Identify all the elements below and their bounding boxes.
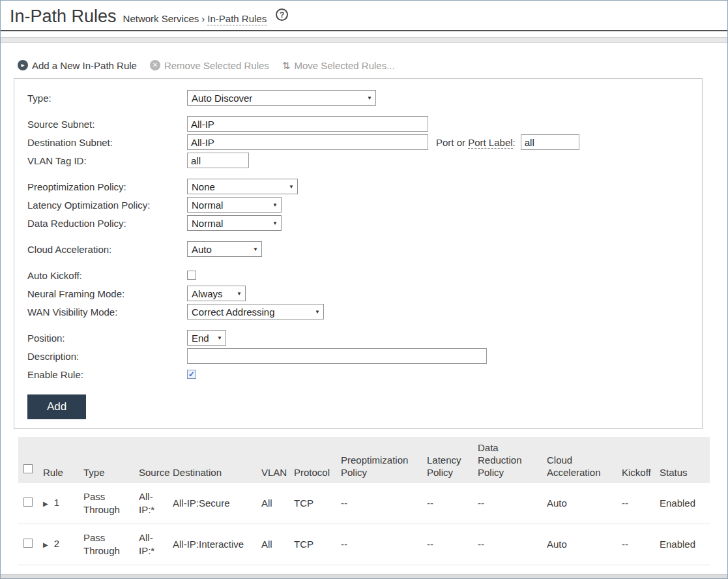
cell-preoptimization-policy: -- — [336, 524, 422, 565]
table-row: ▶2 Pass Through All-IP:* All-IP:Interact… — [18, 524, 710, 565]
breadcrumb-parent[interactable]: Network Services — [123, 13, 199, 24]
data-reduction-policy-value: Normal — [192, 218, 223, 229]
latency-policy-select[interactable]: Normal ▼ — [187, 197, 282, 213]
move-rules-button[interactable]: ⇅ Move Selected Rules... — [282, 60, 395, 71]
move-rules-label: Move Selected Rules... — [294, 60, 394, 71]
col-protocol: Protocol — [289, 437, 336, 483]
cloud-acceleration-select[interactable]: Auto ▼ — [187, 241, 262, 257]
cell-cloud-acceleration: Auto — [542, 483, 617, 524]
cell-vlan: All — [256, 483, 289, 524]
port-input[interactable] — [521, 134, 579, 150]
cell-cloud-acceleration: Auto — [542, 524, 617, 565]
cell-status: Enabled — [654, 483, 710, 524]
move-arrows-icon: ⇅ — [282, 61, 291, 70]
cell-kickoff: -- — [617, 524, 654, 565]
col-data-reduction-policy: Data Reduction Policy — [473, 437, 542, 483]
help-icon[interactable]: ? — [276, 8, 288, 21]
add-rule-form: Type: Auto Discover ▼ Source Subnet: Des… — [14, 78, 703, 429]
page-header: In-Path Rules Network Services›In-Path R… — [1, 1, 727, 31]
in-path-rules-page: In-Path Rules Network Services›In-Path R… — [0, 0, 728, 579]
port-label-link[interactable]: Port Label — [468, 137, 512, 149]
form-row-destination: Destination Subnet: Port or Port Label: — [27, 134, 689, 151]
dropdown-icon: ▼ — [315, 309, 320, 315]
wan-visibility-select[interactable]: Correct Addressing ▼ — [187, 304, 324, 319]
preoptimization-policy-select[interactable]: None ▼ — [187, 179, 298, 194]
cell-type: Pass Through — [78, 524, 134, 565]
add-button[interactable]: Add — [27, 394, 86, 419]
col-source: Source — [134, 437, 167, 483]
cell-destination: All-IP:Interactive — [167, 524, 256, 565]
enable-rule-checkbox[interactable]: ✓ — [187, 370, 196, 379]
breadcrumb-current[interactable]: In-Path Rules — [207, 13, 267, 25]
type-select[interactable]: Auto Discover ▼ — [187, 90, 376, 106]
cell-destination: All-IP:Secure — [167, 483, 256, 524]
port-label-suffix: : — [513, 137, 516, 148]
wan-visibility-value: Correct Addressing — [192, 306, 275, 318]
col-cloud-acceleration: Cloud Acceleration — [542, 437, 617, 483]
remove-rules-button[interactable]: ✕ Remove Selected Rules — [150, 60, 269, 71]
breadcrumb: Network Services›In-Path Rules — [123, 13, 267, 24]
destination-subnet-input[interactable] — [187, 134, 428, 150]
dropdown-icon: ▼ — [217, 335, 222, 341]
add-rule-button[interactable]: ▸ Add a New In-Path Rule — [18, 60, 137, 71]
breadcrumb-separator: › — [201, 13, 205, 24]
form-row-enable-rule: Enable Rule: ✓ — [27, 366, 689, 383]
form-row-vlan: VLAN Tag ID: — [27, 152, 689, 169]
description-input[interactable] — [187, 348, 487, 364]
auto-kickoff-checkbox[interactable] — [187, 271, 196, 280]
row-checkbox[interactable] — [23, 497, 33, 507]
form-row-latency: Latency Optimization Policy: Normal ▼ — [27, 196, 689, 213]
form-row-cloud: Cloud Acceleration: Auto ▼ — [27, 241, 689, 258]
page-bottom-edge — [1, 574, 727, 578]
select-all-checkbox[interactable] — [23, 464, 33, 473]
form-row-type: Type: Auto Discover ▼ — [27, 89, 689, 106]
row-checkbox[interactable] — [23, 539, 33, 548]
cell-vlan: All — [256, 524, 289, 565]
port-or-port-label: Port or Port Label: — [436, 137, 516, 148]
cell-source: All-IP:* — [134, 524, 167, 565]
cloud-acceleration-value: Auto — [192, 244, 212, 255]
remove-rules-label: Remove Selected Rules — [164, 60, 269, 71]
position-select[interactable]: End ▼ — [187, 330, 226, 346]
latency-policy-label: Latency Optimization Policy: — [27, 200, 187, 211]
form-row-auto-kickoff: Auto Kickoff: — [27, 267, 689, 284]
vlan-tag-input[interactable] — [187, 153, 249, 168]
dropdown-icon: ▼ — [289, 184, 294, 190]
rules-toolbar: ▸ Add a New In-Path Rule ✕ Remove Select… — [18, 59, 727, 72]
form-row-description: Description: — [27, 348, 689, 364]
col-latency-policy: Latency Policy — [422, 437, 473, 483]
latency-policy-value: Normal — [192, 200, 223, 211]
type-select-value: Auto Discover — [192, 93, 252, 104]
table-header-row: Rule Type Source Destination VLAN Protoc… — [18, 437, 710, 483]
port-label-prefix: Port or — [436, 137, 468, 148]
vlan-tag-label: VLAN Tag ID: — [27, 155, 187, 166]
data-reduction-policy-select[interactable]: Normal ▼ — [187, 215, 282, 231]
source-subnet-label: Source Subnet: — [27, 119, 187, 130]
dropdown-icon: ▼ — [237, 291, 242, 297]
form-row-preoptimization: Preoptimization Policy: None ▼ — [27, 178, 689, 195]
dropdown-icon: ▼ — [272, 202, 278, 208]
neural-framing-select[interactable]: Always ▼ — [187, 286, 246, 301]
form-row-source: Source Subnet: — [27, 115, 689, 132]
data-reduction-policy-label: Data Reduction Policy: — [27, 218, 187, 229]
neural-framing-label: Neural Framing Mode: — [27, 288, 187, 299]
cell-kickoff: -- — [617, 483, 654, 524]
destination-subnet-label: Destination Subnet: — [27, 137, 187, 148]
col-vlan: VLAN — [256, 437, 289, 483]
source-subnet-input[interactable] — [187, 116, 428, 132]
expand-row-icon[interactable]: ▶ — [43, 500, 48, 507]
form-row-data-reduction: Data Reduction Policy: Normal ▼ — [27, 215, 689, 231]
expand-row-icon[interactable]: ▶ — [43, 541, 48, 548]
dropdown-icon: ▼ — [367, 95, 372, 101]
dropdown-icon: ▼ — [253, 246, 258, 252]
enable-rule-label: Enable Rule: — [27, 369, 187, 380]
dropdown-icon: ▼ — [272, 220, 278, 226]
col-preoptimization-policy: Preoptimization Policy — [336, 437, 422, 483]
type-label: Type: — [27, 93, 187, 104]
neural-framing-value: Always — [192, 288, 223, 299]
wan-visibility-label: WAN Visibility Mode: — [27, 306, 187, 318]
cloud-acceleration-label: Cloud Acceleration: — [27, 244, 187, 255]
col-destination: Destination — [167, 437, 256, 483]
section-divider — [1, 37, 727, 43]
cell-status: Enabled — [654, 524, 710, 565]
